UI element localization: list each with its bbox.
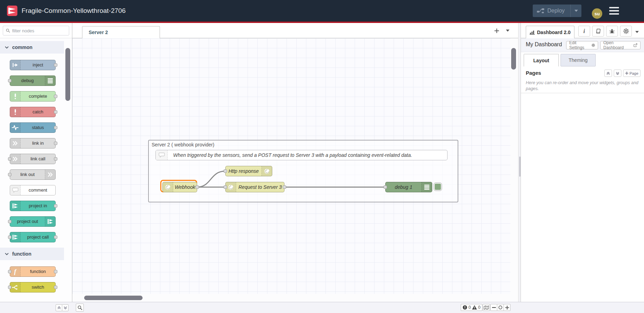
input-port — [8, 173, 11, 176]
globe-icon — [163, 182, 173, 192]
link-icon — [45, 170, 55, 179]
debug-enable-toggle[interactable] — [434, 183, 442, 191]
palette-node-status[interactable]: status — [10, 122, 56, 133]
zoom-reset-button[interactable] — [497, 304, 504, 311]
zoom-in-button[interactable] — [504, 304, 510, 311]
tab-dashboard-2[interactable]: Dashboard 2.0 — [526, 26, 574, 39]
edit-settings-button[interactable]: Edit Settings — [566, 41, 598, 49]
node-label: link call — [21, 154, 55, 164]
palette-node-debug[interactable]: debug — [10, 75, 56, 86]
flow-list-caret[interactable] — [504, 26, 512, 35]
input-port — [8, 220, 11, 223]
sidebar-tabs-caret[interactable] — [633, 28, 641, 36]
palette-node-function[interactable]: ffunction — [10, 266, 56, 277]
move-page-down-button[interactable] — [614, 70, 621, 77]
move-page-up-button[interactable] — [604, 70, 612, 77]
list-icon — [421, 182, 432, 192]
node-label: catch — [21, 107, 55, 117]
palette-node-project-call[interactable]: project call — [10, 232, 56, 242]
output-port — [54, 126, 57, 129]
add-flow-button[interactable] — [492, 26, 501, 35]
chevron-double-down-icon — [616, 72, 619, 75]
navigator-button[interactable] — [483, 304, 490, 311]
fork-icon — [10, 282, 21, 292]
help-tab-button[interactable] — [592, 26, 604, 37]
input-port[interactable] — [224, 185, 227, 189]
palette-category-function[interactable]: function — [0, 248, 64, 260]
flow-node-Request-to-Server-3[interactable]: Request to Server 3 — [225, 182, 284, 192]
zoom-out-button[interactable] — [490, 304, 497, 311]
edit-settings-label: Edit Settings — [569, 40, 589, 50]
node-label: inject — [21, 60, 55, 70]
deploy-options-caret[interactable] — [570, 5, 581, 17]
palette-scrollbar-thumb[interactable] — [65, 48, 70, 101]
palette-node-catch[interactable]: catch — [10, 107, 56, 117]
palette-node-inject[interactable]: inject — [10, 60, 56, 70]
tab-theming[interactable]: Theming — [561, 54, 596, 66]
node-label: debug — [10, 76, 45, 86]
node-label: debug 1 — [386, 182, 421, 192]
link-icon — [10, 154, 21, 164]
inject-icon — [10, 60, 21, 70]
tab-layout[interactable]: Layout — [524, 54, 559, 66]
palette-node-link-out[interactable]: link out — [10, 169, 56, 180]
flow-node-debug-1[interactable]: debug 1 — [385, 182, 432, 192]
palette-node-complete[interactable]: complete — [10, 91, 56, 102]
dashboard-header-row: My Dashboard Edit Settings Open Dashboar… — [521, 38, 644, 52]
bubble-icon — [10, 185, 21, 195]
output-port[interactable] — [195, 185, 199, 189]
output-port[interactable] — [283, 185, 286, 189]
sidebar-divider — [521, 93, 644, 93]
comment-text: When triggered by the sensors, send a PO… — [168, 152, 412, 158]
add-page-button[interactable]: Page — [623, 70, 641, 77]
splitter-scrollbar-thumb[interactable] — [519, 156, 521, 177]
palette-filter-input[interactable]: filter nodes — [3, 26, 69, 35]
flow-node-Http-response[interactable]: Http response — [225, 166, 272, 176]
palette-node-list: commoninjectdebugcompletecatchstatuslink… — [0, 38, 64, 302]
globe-icon — [226, 182, 236, 192]
main-menu-button[interactable] — [609, 7, 619, 15]
add-page-label: Page — [629, 71, 638, 75]
palette-collapse-all-button[interactable] — [56, 304, 62, 311]
deploy-label: Deploy — [547, 8, 565, 14]
node-label: project call — [21, 232, 55, 242]
canvas-vscrollbar-thumb[interactable] — [511, 48, 516, 70]
node-label: status — [21, 123, 55, 133]
tab-server-2[interactable]: Server 2 — [82, 26, 160, 39]
palette-expand-all-button[interactable] — [62, 304, 69, 311]
flow-canvas[interactable]: Server 2 ( webhook provider) When trigge… — [72, 38, 510, 294]
flow-node-Webhook[interactable]: Webhook — [162, 182, 197, 192]
node-label: link out — [10, 170, 45, 179]
chevron-down-icon — [635, 31, 639, 33]
workspace-tabbar: Server 2 — [72, 23, 518, 38]
output-port — [54, 142, 57, 145]
palette-node-link-call[interactable]: link call — [10, 154, 56, 164]
canvas-search-button[interactable] — [76, 304, 84, 312]
palette-node-project-out[interactable]: project out — [10, 216, 56, 227]
config-tab-button[interactable] — [620, 26, 632, 37]
palette-node-comment[interactable]: comment — [10, 185, 56, 195]
palette-category-common[interactable]: common — [0, 41, 64, 54]
notification-counts[interactable]: 0 0 — [461, 304, 482, 311]
search-icon — [78, 305, 82, 310]
info-tab-button[interactable]: i — [578, 26, 590, 37]
header: Fragile-Common-Yellowthroat-2706 Deploy … — [0, 0, 644, 22]
chevron-double-up-icon — [606, 72, 610, 75]
canvas-hscrollbar-thumb[interactable] — [84, 296, 143, 300]
palette-node-switch[interactable]: switch — [10, 282, 56, 292]
flow-group-server2[interactable]: Server 2 ( webhook provider) — [148, 140, 458, 202]
input-port[interactable] — [384, 185, 387, 189]
input-port[interactable] — [224, 169, 227, 173]
output-port — [54, 157, 57, 161]
user-avatar[interactable]: su — [592, 8, 602, 19]
comment-node[interactable]: When triggered by the sensors, send a PO… — [155, 150, 448, 160]
open-dashboard-button[interactable]: Open Dashboard — [600, 41, 641, 49]
palette-node-project-in[interactable]: project in — [10, 201, 56, 211]
deploy-button[interactable]: Deploy — [533, 5, 581, 17]
gear-icon — [623, 28, 629, 34]
node-label: project in — [21, 201, 55, 211]
sidebar-splitter[interactable] — [518, 23, 521, 302]
output-port — [54, 110, 57, 114]
debug-tab-button[interactable] — [606, 26, 618, 37]
palette-node-link-in[interactable]: link in — [10, 138, 56, 149]
